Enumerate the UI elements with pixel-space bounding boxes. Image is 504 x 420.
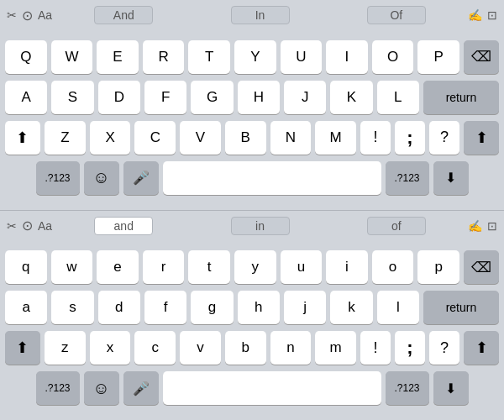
emoji-key-lower[interactable]: ☺	[84, 371, 119, 405]
shift-key-upper[interactable]: ⬆	[5, 121, 40, 155]
key-B[interactable]: B	[225, 121, 266, 155]
return-key-lower[interactable]: return	[423, 291, 499, 324]
key-o[interactable]: o	[372, 250, 414, 284]
keyboard-hide-upper[interactable]: ⬇	[433, 161, 469, 195]
mic-key-upper[interactable]: 🎤	[123, 161, 159, 195]
key-V[interactable]: V	[180, 121, 221, 155]
num-key-right-lower[interactable]: .?123	[386, 371, 429, 405]
key-P[interactable]: P	[417, 40, 459, 74]
suggestion-in-upper[interactable]: In	[231, 6, 290, 24]
key-z[interactable]: z	[45, 331, 86, 365]
key-u[interactable]: u	[281, 250, 323, 284]
scissors-icon[interactable]: ✂	[7, 8, 17, 22]
shift-key-right-lower[interactable]: ⬆	[464, 331, 499, 365]
key-R[interactable]: R	[143, 40, 185, 74]
suggestion-and-upper[interactable]: And	[94, 6, 153, 24]
space-key-lower[interactable]	[163, 371, 381, 405]
key-i[interactable]: i	[326, 250, 368, 284]
key-b[interactable]: b	[225, 331, 266, 365]
key-C[interactable]: C	[134, 121, 176, 155]
key-question-lower[interactable]: ?	[429, 331, 459, 365]
key-H[interactable]: H	[238, 81, 280, 114]
key-n[interactable]: n	[270, 331, 312, 365]
key-row-3-upper: ⬆ Z X C V B N M ! ; ? ⬆	[5, 121, 499, 155]
shift-key-lower[interactable]: ⬆	[5, 331, 40, 365]
key-exclaim-lower[interactable]: !	[360, 331, 391, 365]
key-p[interactable]: p	[417, 250, 459, 284]
key-J[interactable]: J	[284, 81, 326, 114]
space-key-upper[interactable]	[163, 161, 381, 195]
key-Q[interactable]: Q	[5, 40, 47, 74]
key-f[interactable]: f	[144, 291, 186, 324]
key-E[interactable]: E	[97, 40, 139, 74]
key-j[interactable]: j	[284, 291, 326, 324]
key-I[interactable]: I	[326, 40, 368, 74]
bottom-row-upper: .?123 ☺ 🎤 .?123 ⬇	[5, 161, 499, 195]
suggestions-upper: And In Of	[55, 6, 465, 24]
suggestion-of-lower[interactable]: of	[367, 217, 426, 235]
num-key-right-upper[interactable]: .?123	[386, 161, 429, 195]
shift-key-right-upper[interactable]: ⬆	[464, 121, 499, 155]
key-O[interactable]: O	[372, 40, 414, 74]
key-Y[interactable]: Y	[234, 40, 276, 74]
aa-label-lower[interactable]: Aa	[38, 219, 52, 233]
key-T[interactable]: T	[188, 40, 230, 74]
key-l[interactable]: l	[377, 291, 419, 324]
key-g[interactable]: g	[191, 291, 233, 324]
key-q[interactable]: q	[5, 250, 47, 284]
key-x[interactable]: x	[90, 331, 131, 365]
key-s[interactable]: s	[51, 291, 93, 324]
toolbar-right-upper: ✍ ⊡	[468, 8, 497, 22]
key-G[interactable]: G	[191, 81, 233, 114]
key-colon-upper[interactable]: ;	[395, 121, 425, 155]
keyboard-hide-lower[interactable]: ⬇	[433, 371, 469, 405]
key-F[interactable]: F	[144, 81, 186, 114]
handwriting-icon-lower[interactable]: ✍	[468, 219, 482, 233]
delete-key-lower[interactable]: ⌫	[464, 250, 499, 284]
key-exclaim-upper[interactable]: !	[360, 121, 391, 155]
aa-label[interactable]: Aa	[38, 8, 52, 22]
key-Z[interactable]: Z	[45, 121, 86, 155]
key-k[interactable]: k	[330, 291, 372, 324]
return-key-upper[interactable]: return	[423, 81, 499, 114]
mic-key-lower[interactable]: 🎤	[123, 371, 159, 405]
key-m[interactable]: m	[315, 331, 356, 365]
key-v[interactable]: v	[180, 331, 221, 365]
key-w[interactable]: w	[51, 250, 93, 284]
key-r[interactable]: r	[143, 250, 185, 284]
key-W[interactable]: W	[51, 40, 93, 74]
key-h[interactable]: h	[238, 291, 280, 324]
key-c[interactable]: c	[134, 331, 176, 365]
key-L[interactable]: L	[377, 81, 419, 114]
num-key-upper[interactable]: .?123	[36, 161, 80, 195]
check-circle-icon[interactable]: ⊙	[22, 8, 33, 24]
handwriting-icon-upper[interactable]: ✍	[468, 8, 482, 22]
key-U[interactable]: U	[281, 40, 323, 74]
scissors-icon-lower[interactable]: ✂	[7, 219, 17, 233]
key-K[interactable]: K	[330, 81, 372, 114]
key-y[interactable]: y	[234, 250, 276, 284]
key-row-1-lower: q w e r t y u i o p ⌫	[5, 250, 499, 284]
key-e[interactable]: e	[97, 250, 139, 284]
camera-icon-upper[interactable]: ⊡	[487, 8, 497, 22]
suggestion-and-lower[interactable]: and	[94, 217, 153, 235]
suggestion-in-lower[interactable]: in	[231, 217, 290, 235]
key-M[interactable]: M	[315, 121, 356, 155]
key-d[interactable]: d	[98, 291, 140, 324]
check-circle-icon-lower[interactable]: ⊙	[22, 218, 33, 234]
camera-icon-lower[interactable]: ⊡	[487, 219, 497, 233]
key-colon-lower[interactable]: ;	[395, 331, 425, 365]
num-key-lower[interactable]: .?123	[36, 371, 80, 405]
suggestion-of-upper[interactable]: Of	[367, 6, 426, 24]
key-A[interactable]: A	[5, 81, 47, 114]
keyboard-upper: ✂ ⊙ Aa And In Of ✍ ⊡ Q W E R T Y U I O P…	[0, 0, 504, 210]
key-X[interactable]: X	[90, 121, 131, 155]
key-t[interactable]: t	[188, 250, 230, 284]
delete-key-upper[interactable]: ⌫	[464, 40, 499, 74]
key-N[interactable]: N	[270, 121, 312, 155]
key-D[interactable]: D	[98, 81, 140, 114]
key-a[interactable]: a	[5, 291, 47, 324]
emoji-key-upper[interactable]: ☺	[84, 161, 119, 195]
key-S[interactable]: S	[51, 81, 93, 114]
key-question-upper[interactable]: ?	[429, 121, 459, 155]
